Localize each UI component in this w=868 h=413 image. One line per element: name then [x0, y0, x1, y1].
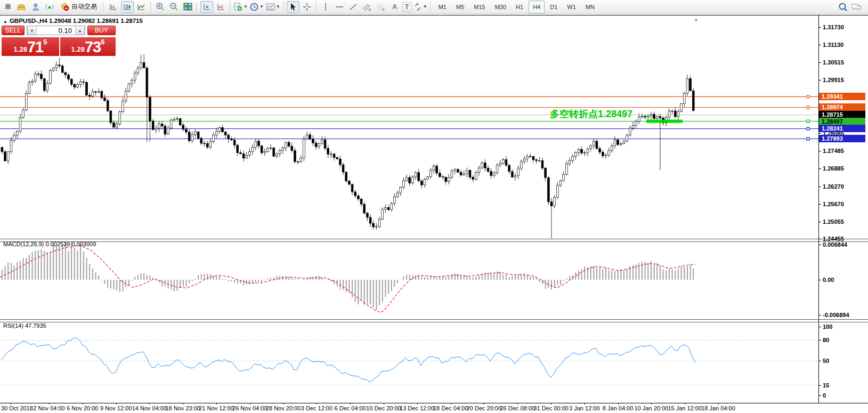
- time-label: 10 Dec 20:00: [366, 405, 401, 411]
- rsi-tick: [819, 361, 821, 361]
- annotation-text[interactable]: 多空转折点1.28497: [550, 109, 632, 119]
- time-tick: [585, 403, 585, 404]
- vertical-line-icon[interactable]: [319, 1, 332, 13]
- time-label: 26 Dec 08:00: [500, 405, 534, 411]
- timeframe-M15[interactable]: M15: [469, 1, 489, 13]
- time-label: 26 Nov 04:00: [232, 405, 267, 411]
- time-tick: [183, 403, 183, 404]
- text-icon[interactable]: A: [388, 1, 401, 13]
- panel-separator[interactable]: [0, 239, 868, 242]
- time-tick: [317, 403, 317, 404]
- channel-icon[interactable]: E: [361, 1, 374, 13]
- line-chart-icon[interactable]: [135, 1, 148, 13]
- price-line-label: 1.29341: [819, 93, 865, 100]
- periods-icon[interactable]: ▼: [249, 1, 264, 13]
- price-tick-label: 1.31130: [823, 42, 843, 48]
- price-tick-label: 1.26885: [823, 165, 844, 172]
- timeframe-H4[interactable]: H4: [529, 1, 545, 13]
- crosshair-icon[interactable]: [301, 1, 313, 13]
- svg-text:F: F: [383, 8, 385, 11]
- time-label: 13 Dec 12:00: [400, 405, 434, 411]
- time-axis[interactable]: 30 Oct 20182 Nov 04:006 Nov 20:009 Nov 1…: [0, 404, 868, 413]
- timeframe-M5[interactable]: M5: [452, 1, 468, 13]
- timeframe-W1[interactable]: W1: [563, 1, 580, 13]
- mt4-window: 单 自动交易 ▼ ▼ ▼ E F A T ▼ M1M: [0, 0, 868, 413]
- time-label: 2 Nov 04:00: [33, 405, 64, 411]
- price-tick-label: 1.27485: [823, 148, 844, 154]
- search-icon[interactable]: [837, 1, 849, 13]
- tile-windows-icon[interactable]: [181, 1, 194, 13]
- textlabel-icon[interactable]: T: [402, 2, 412, 12]
- svg-text:E: E: [369, 8, 371, 11]
- sell-quote[interactable]: 1.28715: [2, 37, 59, 56]
- timeframe-strip: M1M5M15M30H1H4D1W1MN: [434, 1, 599, 13]
- timeframe-D1[interactable]: D1: [546, 1, 562, 13]
- price-tick: [819, 45, 821, 45]
- time-label: 10 Jan 20:00: [635, 405, 669, 411]
- rsi-tick-label: 0: [823, 392, 826, 399]
- time-tick: [451, 403, 451, 404]
- time-label: 18 Jan 04:00: [701, 405, 735, 411]
- time-tick: [216, 403, 217, 404]
- volume-down-button[interactable]: ▼: [27, 26, 37, 35]
- gold-icon[interactable]: [15, 1, 28, 13]
- autoscroll-icon[interactable]: [200, 1, 213, 13]
- time-tick: [484, 403, 484, 404]
- time-label: 9 Nov 12:00: [100, 405, 132, 411]
- rsi-tick: [819, 395, 821, 396]
- buy-quote[interactable]: 1.28736: [60, 37, 116, 56]
- fibonacci-icon[interactable]: F: [375, 1, 387, 13]
- arrows-icon[interactable]: ▼: [413, 1, 428, 13]
- rsi-tick-label: 50: [823, 358, 829, 364]
- chart-canvas[interactable]: 多空转折点1.28497▼: [0, 15, 818, 403]
- signal-icon[interactable]: [43, 1, 56, 13]
- time-tick: [718, 403, 719, 404]
- volume-up-button[interactable]: ▲: [75, 26, 85, 35]
- time-label: 18 Nov 23:00: [165, 405, 200, 411]
- time-tick: [11, 403, 11, 404]
- profile-icon[interactable]: [29, 1, 42, 13]
- chart-shift-icon[interactable]: [214, 1, 227, 13]
- trendline-icon[interactable]: [347, 1, 360, 13]
- autotrade-icon: [61, 3, 69, 11]
- timeframe-M1[interactable]: M1: [434, 1, 451, 13]
- chart-window: ▲GBPUSD-,H4 1.29048 1.29082 1.28691 1.28…: [0, 15, 868, 413]
- new-order-button[interactable]: 单: [2, 1, 14, 13]
- timeframe-MN[interactable]: MN: [581, 1, 599, 13]
- candlestick-icon[interactable]: [121, 1, 134, 13]
- time-tick: [83, 403, 83, 404]
- buy-button[interactable]: BUY: [87, 26, 116, 35]
- timeframe-H1[interactable]: H1: [512, 1, 528, 13]
- time-tick: [149, 403, 150, 404]
- horizontal-line-icon[interactable]: [333, 1, 346, 13]
- rsi-tick: [819, 327, 821, 327]
- zoom-in-icon[interactable]: [153, 1, 166, 13]
- time-label: 3 Dec 12:00: [301, 405, 332, 411]
- templates-icon[interactable]: ▼: [265, 1, 281, 13]
- indicators-icon[interactable]: ▼: [233, 1, 248, 13]
- autotrade-button[interactable]: 自动交易: [57, 1, 101, 13]
- collapse-panel-icon[interactable]: ▲: [3, 19, 7, 24]
- time-tick: [283, 403, 284, 404]
- bar-chart-icon[interactable]: [107, 1, 120, 13]
- price-tick: [819, 222, 821, 222]
- rsi-tick: [819, 340, 821, 341]
- price-tick: [819, 133, 821, 134]
- time-tick: [651, 403, 652, 404]
- sell-button[interactable]: SELL: [2, 26, 25, 35]
- chat-icon[interactable]: [850, 1, 863, 13]
- time-tick: [517, 403, 518, 404]
- price-line-label: 1.28715: [819, 111, 865, 118]
- panel-separator[interactable]: [0, 319, 868, 322]
- price-axis[interactable]: 1.317301.311301.305151.299151.280851.274…: [819, 15, 868, 403]
- timeframe-M30[interactable]: M30: [491, 1, 510, 13]
- rsi-tick: [819, 385, 821, 386]
- time-tick: [350, 403, 351, 404]
- chart-shift-marker[interactable]: ▼: [694, 18, 699, 23]
- macd-label: MACD(12,26,9) 0.002539 0.003009: [3, 241, 96, 247]
- cursor-icon[interactable]: [287, 1, 299, 13]
- time-label: 6 Nov 20:00: [67, 405, 98, 411]
- zoom-out-icon[interactable]: [167, 1, 180, 13]
- volume-input[interactable]: [37, 26, 75, 35]
- time-label: 8 Jan 04:00: [603, 405, 634, 411]
